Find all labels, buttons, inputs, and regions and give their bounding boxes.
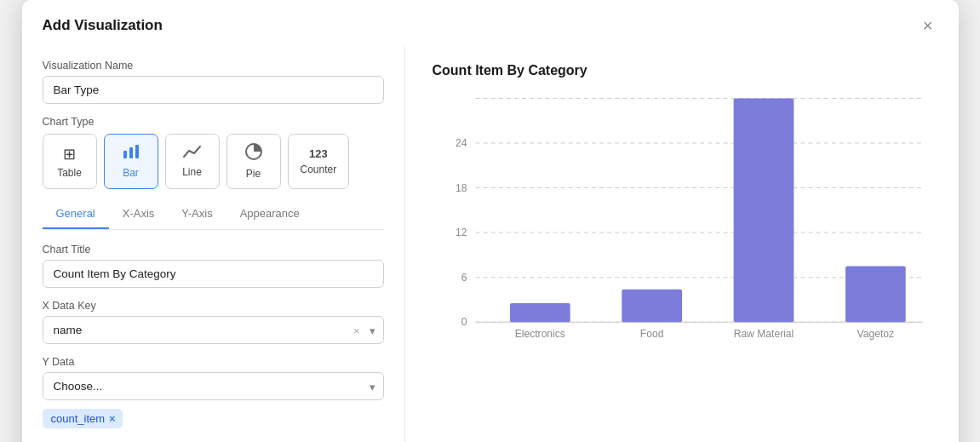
- svg-text:Raw Material: Raw Material: [733, 328, 794, 340]
- chart-display-title: Count Item By Category: [433, 63, 931, 78]
- count-item-tag: count_item ×: [43, 409, 123, 428]
- x-data-key-label: X Data Key: [43, 300, 384, 312]
- chart-type-label: Chart Type: [43, 116, 384, 128]
- bar-food: [622, 290, 682, 322]
- tab-general[interactable]: General: [43, 201, 109, 229]
- svg-rect-0: [123, 151, 127, 158]
- chart-type-table[interactable]: ⊞ Table: [43, 134, 97, 189]
- chart-type-bar[interactable]: Bar: [104, 134, 158, 189]
- table-icon: ⊞: [63, 145, 76, 164]
- x-data-key-input[interactable]: [43, 316, 384, 344]
- svg-text:18: 18: [455, 182, 467, 194]
- chart-type-section: Chart Type ⊞ Table: [43, 116, 384, 189]
- counter-icon: 123: [309, 147, 328, 160]
- tab-xaxis[interactable]: X-Axis: [109, 201, 169, 229]
- svg-text:6: 6: [461, 272, 467, 284]
- modal-title: Add Visualization: [43, 17, 163, 34]
- svg-rect-1: [129, 147, 133, 158]
- svg-text:24: 24: [455, 137, 467, 149]
- add-visualization-modal: Add Visualization × Visualization Name C…: [22, 0, 959, 442]
- left-panel: Visualization Name Chart Type ⊞ Table: [22, 46, 405, 442]
- tab-yaxis[interactable]: Y-Axis: [168, 201, 226, 229]
- svg-text:12: 12: [455, 227, 467, 238]
- bar-raw-material: [733, 99, 794, 323]
- chart-type-counter[interactable]: 123 Counter: [288, 134, 350, 189]
- pie-icon: [245, 143, 262, 164]
- chart-type-counter-label: Counter: [301, 164, 337, 175]
- bar-electronics: [509, 303, 570, 322]
- chart-title-label: Chart Title: [43, 244, 384, 255]
- tabs-row: General X-Axis Y-Axis Appearance: [43, 201, 384, 230]
- y-data-section: Y Data Choose... ▾ count_item ×: [43, 356, 384, 428]
- chart-title-section: Chart Title: [43, 244, 384, 288]
- y-data-label: Y Data: [43, 356, 384, 368]
- svg-text:0: 0: [461, 316, 467, 328]
- tag-label: count_item: [51, 412, 106, 425]
- modal-header: Add Visualization ×: [22, 0, 959, 46]
- viz-name-section: Visualization Name: [43, 60, 384, 104]
- x-data-key-section: X Data Key × ▾: [43, 300, 384, 344]
- right-panel: Count Item By Category 0 6 12 18 24: [405, 46, 959, 442]
- tab-appearance[interactable]: Appearance: [226, 201, 313, 229]
- bar-vagetoz: [845, 267, 905, 323]
- y-data-wrapper: Choose... ▾: [43, 372, 384, 400]
- chart-type-line-label: Line: [182, 166, 202, 178]
- chart-type-row: ⊞ Table Bar: [43, 134, 384, 189]
- svg-rect-2: [135, 145, 139, 158]
- tag-remove-icon[interactable]: ×: [109, 412, 116, 425]
- viz-name-input[interactable]: [43, 76, 384, 104]
- chart-area: 0 6 12 18 24 Electronics Food Raw Mate: [433, 87, 931, 442]
- x-data-key-wrapper: × ▾: [43, 316, 384, 344]
- svg-text:Food: Food: [639, 328, 663, 340]
- close-button[interactable]: ×: [918, 15, 938, 36]
- svg-text:Electronics: Electronics: [514, 328, 565, 340]
- viz-name-label: Visualization Name: [43, 60, 384, 72]
- line-icon: [183, 145, 202, 163]
- chart-type-bar-label: Bar: [123, 167, 139, 179]
- bar-chart-svg: 0 6 12 18 24 Electronics Food Raw Mate: [433, 87, 931, 359]
- chart-type-line[interactable]: Line: [165, 134, 220, 189]
- chart-type-pie-label: Pie: [246, 168, 261, 180]
- svg-text:Vagetoz: Vagetoz: [857, 328, 894, 340]
- chart-type-pie[interactable]: Pie: [226, 134, 281, 189]
- modal-body: Visualization Name Chart Type ⊞ Table: [22, 46, 959, 442]
- chart-title-input[interactable]: [43, 260, 384, 288]
- y-data-select[interactable]: Choose...: [43, 372, 384, 400]
- y-data-tags: count_item ×: [43, 405, 384, 428]
- bar-icon: [123, 144, 140, 164]
- chart-type-table-label: Table: [57, 167, 82, 179]
- x-clear-icon[interactable]: ×: [353, 324, 360, 336]
